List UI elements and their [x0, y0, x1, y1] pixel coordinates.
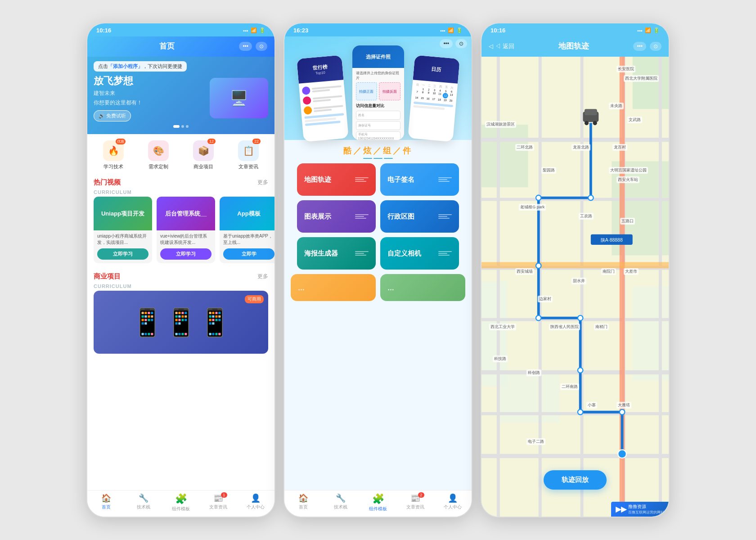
map-label-erhuanbeilu: 二环北路: [515, 144, 534, 151]
video-desc-3: 基于uniapp效率类APP，至上线...: [220, 230, 274, 248]
dialog-input-3[interactable]: 手机号 13012341234XXXXXXXX: [356, 131, 400, 140]
nav-profile-1[interactable]: 👤 个人中心: [237, 493, 274, 512]
back-button[interactable]: ◁ ◁ 返回: [489, 42, 514, 50]
battery-icon: 🔋: [259, 27, 266, 33]
biz-banner[interactable]: 可商用 📱📱📱: [94, 291, 268, 354]
nav-components-1[interactable]: 🧩 组件模板: [162, 493, 199, 512]
dp-avatar-row-2: [302, 94, 342, 105]
biz-phones-illustration: 📱📱📱: [130, 306, 232, 338]
map-nav: ◁ ◁ 返回 地图轨迹 ••• ⊙: [482, 36, 669, 57]
p2-scan-btn[interactable]: ⊙: [455, 39, 467, 48]
dp-text-3: [313, 104, 343, 113]
dp-avatar-row-1: [302, 84, 342, 95]
svg-text:陕A·88888: 陕A·88888: [601, 238, 623, 243]
comp-e-sign[interactable]: 电子签名: [380, 163, 459, 196]
biz-more[interactable]: 更多: [257, 273, 268, 280]
nav-tech-2[interactable]: 🔧 技术栈: [322, 493, 359, 512]
svg-rect-7: [482, 138, 669, 142]
map-label-dacha: 大差市: [624, 268, 639, 275]
nav-profile-label-2: 个人中心: [444, 504, 462, 510]
comp-extra-1[interactable]: …: [291, 274, 376, 301]
map-scan-btn[interactable]: ⊙: [650, 42, 662, 51]
map-label-nwpu: 西北工业大学: [489, 324, 516, 330]
nav-home-label-2: 首页: [299, 504, 308, 510]
dp-right-body: 日 一 二 三 四 五 六 1 2 3 4 5 6 7 8: [410, 80, 458, 114]
phone1-content: 点击「添加小程序」，下次访问更便捷 放飞梦想 建智未来 你想要的这里都有！ 🔊 …: [87, 57, 274, 490]
dialog-input-2[interactable]: 身份证号: [356, 121, 400, 130]
svg-rect-6: [633, 287, 669, 381]
scan-btn[interactable]: ⊙: [256, 42, 267, 51]
watermark-icon: ▶▶: [616, 505, 626, 513]
map-label-peoples: 陕西省人民医院: [549, 324, 580, 330]
map-label-kechuang: 科创路: [526, 369, 541, 376]
video-cards: Uniapp项目开发 uniapp小程序商城系统开发，实战项目... 立即学习 …: [87, 197, 274, 268]
comp-extra-2[interactable]: …: [380, 274, 465, 301]
video-desc-1: uniapp小程序商城系统开发，实战项目...: [94, 230, 152, 248]
hot-videos-more[interactable]: 更多: [257, 179, 268, 186]
banner-free-btn[interactable]: 🔊 免费试听: [94, 110, 131, 122]
svg-point-30: [618, 450, 626, 458]
nav-profile-2[interactable]: 👤 个人中心: [434, 493, 472, 512]
cat-item-1[interactable]: 🔥 优惠 学习技术: [91, 140, 136, 170]
cat-item-3[interactable]: 📦 12 商业项目: [181, 140, 226, 170]
nav-home-2[interactable]: 🏠 首页: [284, 493, 322, 512]
map-label-weiyanglu: 未央路: [609, 103, 624, 109]
video-card-2[interactable]: 后台管理系统__ vue+iview的后台管理系统建设系统开发... 立即学习: [157, 197, 215, 263]
nav-bar-1: 首页 ••• ⊙: [87, 36, 274, 57]
dot-2: [181, 125, 184, 128]
component-grid-extra: … …: [291, 274, 465, 301]
comp-admin-map[interactable]: 行政区图: [380, 200, 459, 233]
status-bar-1: 10:16 ▪▪▪ 📶 🔋: [87, 23, 274, 36]
page-title-1: 首页: [94, 41, 239, 51]
status-icons-3: ▪▪▪ 📶 🔋: [637, 27, 660, 33]
nav-articles-1[interactable]: 1 📰 文章资讯: [200, 493, 237, 512]
learn-btn-2[interactable]: 立即学习: [160, 248, 212, 260]
replay-button[interactable]: 轨迹回放: [544, 470, 607, 490]
phone1: 10:16 ▪▪▪ 📶 🔋 首页 ••• ⊙ 点击「添加小程序」，下次访问更便捷…: [86, 22, 275, 518]
watermark-text: 撸撸资源 百撸互联网运营的网站: [628, 504, 664, 515]
cool-title-area: 酷／炫／组／件: [284, 140, 472, 163]
cat-item-2[interactable]: 🎨 需求定制: [136, 140, 181, 170]
comp-map-trace[interactable]: 地图轨迹: [297, 163, 376, 196]
badge-4: 22: [252, 139, 261, 144]
status-icons-2: ▪▪▪ 📶 🔋: [440, 27, 463, 33]
menu-btn[interactable]: •••: [239, 42, 252, 51]
nav-home-1[interactable]: 🏠 首页: [87, 493, 125, 512]
learn-btn-3[interactable]: 立即学: [223, 248, 274, 260]
learn-btn-1[interactable]: 立即学习: [97, 248, 148, 260]
signal-icon: ▪▪▪: [243, 28, 248, 33]
nav-tech-1[interactable]: 🔧 技术栈: [125, 493, 162, 512]
comp-poster[interactable]: 海报生成器: [297, 237, 376, 270]
svg-rect-2: [482, 125, 528, 187]
video-card-3[interactable]: App模板 基于uniapp效率类APP，至上线... 立即学: [220, 197, 274, 263]
phone3: 10:16 ▪▪▪ 📶 🔋 ◁ ◁ 返回 地图轨迹 ••• ⊙: [481, 22, 670, 518]
map-label-laocheng: 老城根G park: [519, 204, 546, 211]
nav-articles-2[interactable]: 2 📰 文章资讯: [397, 493, 434, 512]
dialog-input-1[interactable]: 姓名: [356, 111, 400, 120]
video-desc-2: vue+iview的后台管理系统建设系统开发...: [157, 230, 215, 248]
photo-slot-front[interactable]: 拍摄正面: [356, 82, 378, 100]
comp-camera[interactable]: 自定义相机: [380, 237, 459, 270]
video-card-1[interactable]: Uniapp项目开发 uniapp小程序商城系统开发，实战项目... 立即学习: [94, 197, 152, 263]
comp-chart[interactable]: 图表展示: [297, 200, 376, 233]
add-tip: 点击「添加小程序」，下次访问更便捷: [94, 61, 187, 72]
map-menu-btn[interactable]: •••: [633, 42, 646, 51]
photo-slot-back[interactable]: 拍摄反面: [379, 82, 400, 100]
cat-item-4[interactable]: 📋 22 文章资讯: [226, 140, 271, 170]
comp-dots-3: [355, 214, 369, 219]
comp-label-2: 电子签名: [387, 176, 414, 184]
map-label-erhuannan: 二环南路: [560, 383, 579, 390]
watermark: ▶▶ 撸撸资源 百撸互联网运营的网站: [611, 502, 669, 517]
p2-menu-btn[interactable]: •••: [440, 39, 453, 48]
home-icon-2: 🏠: [298, 493, 308, 503]
map-label-bianjia: 边家村: [538, 296, 553, 302]
battery-icon-2: 🔋: [456, 27, 463, 33]
dialog-form-title: 访问信息量对比: [356, 103, 400, 109]
nav-components-2[interactable]: 🧩 组件模板: [359, 493, 396, 512]
home-icon: 🏠: [101, 493, 111, 503]
banner-text: 放飞梦想 建智未来 你想要的这里都有！ 🔊 免费试听: [94, 74, 142, 122]
map-label-wenwu: 文武路: [627, 117, 642, 123]
cat-label-4: 文章资讯: [238, 163, 258, 170]
map-label-longbai: 龙百村: [612, 144, 627, 151]
curriculum-label-2: CURRICULUM: [87, 284, 274, 291]
